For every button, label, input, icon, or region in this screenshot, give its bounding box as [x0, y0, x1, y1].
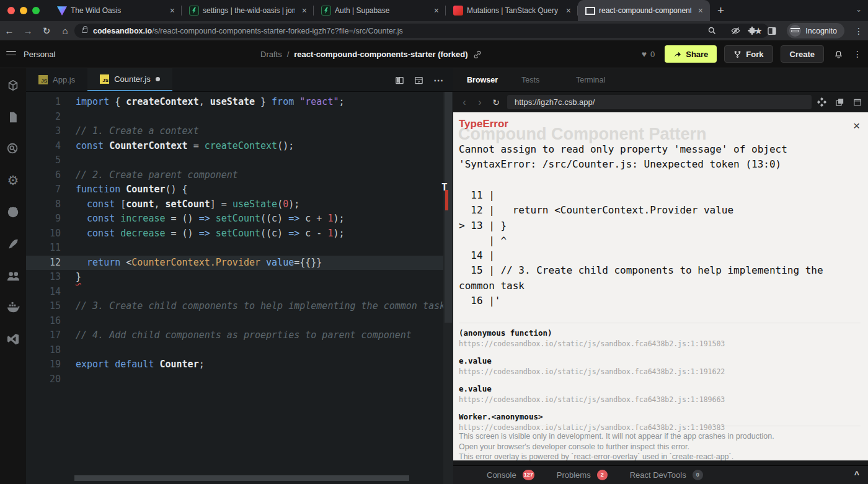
console-toggle[interactable]: Console 127: [487, 470, 534, 480]
search-icon[interactable]: [6, 141, 20, 156]
code-line[interactable]: 5: [26, 153, 443, 168]
back-button[interactable]: ←: [0, 25, 19, 36]
vite-favicon-icon: [57, 6, 67, 16]
minimize-window-button[interactable]: [20, 7, 27, 14]
tab-browser[interactable]: Browser: [467, 76, 508, 84]
code-line[interactable]: 18: [26, 343, 443, 358]
code-line[interactable]: 15// 3. Create child components to help …: [26, 299, 443, 314]
chrome-toolbar: ← → ↻ ⌂ codesandbox.io/s/react-compound-…: [0, 21, 868, 40]
code-line[interactable]: 2: [26, 110, 443, 125]
editor-horizontal-scrollbar[interactable]: [74, 475, 409, 481]
github-icon[interactable]: [6, 205, 20, 220]
tab-close-icon[interactable]: ×: [695, 6, 706, 16]
zoom-icon[interactable]: [707, 26, 717, 35]
code-line[interactable]: 14: [26, 285, 443, 300]
live-collaboration-users-icon[interactable]: [6, 268, 20, 283]
code-line[interactable]: 8 const [count, setCount] = useState(0);: [26, 197, 443, 212]
code-line[interactable]: 10 const decrease = () => setCount((c) =…: [26, 226, 443, 241]
code-line[interactable]: 16: [26, 314, 443, 329]
preview-forward-icon[interactable]: ›: [475, 97, 485, 108]
chrome-menu-icon[interactable]: ⋮: [854, 26, 863, 36]
create-button[interactable]: Create: [781, 45, 824, 63]
eye-off-icon[interactable]: [730, 26, 741, 35]
divider: [459, 323, 861, 323]
fork-button[interactable]: Fork: [724, 45, 773, 63]
code-line[interactable]: 7function Counter() {: [26, 182, 443, 197]
tab-terminal[interactable]: Terminal: [576, 76, 617, 84]
side-panel-icon[interactable]: [767, 26, 777, 36]
forward-button[interactable]: →: [19, 25, 37, 36]
preview-refresh-icon[interactable]: ↻: [490, 97, 502, 107]
editor-scrollbar[interactable]: [443, 92, 453, 484]
split-view-icon[interactable]: [395, 76, 404, 85]
problems-toggle[interactable]: Problems 2: [557, 470, 608, 480]
tab-title: react-compound-components: [599, 6, 691, 15]
new-tab-button[interactable]: +: [717, 4, 724, 17]
browser-tab[interactable]: react-compound-components×: [578, 0, 710, 21]
tab-close-icon[interactable]: ×: [431, 6, 442, 16]
code-line[interactable]: 9 const increase = () => setCount((c) =>…: [26, 212, 443, 226]
code-line[interactable]: 12 return <CounterContext.Provider value…: [26, 256, 443, 271]
line-content: [61, 285, 76, 300]
browser-tab[interactable]: Mutations | TanStack Query Do×: [446, 0, 578, 21]
settings-gear-icon[interactable]: ⚙: [6, 173, 20, 188]
editor-more-icon[interactable]: ⋯: [433, 74, 445, 86]
code-line[interactable]: 20: [26, 372, 443, 387]
hamburger-menu-icon[interactable]: [6, 51, 16, 58]
project-title[interactable]: react-compound-components-starter (forke…: [294, 50, 467, 59]
browser-tab[interactable]: The Wild Oasis×: [50, 0, 182, 21]
browser-tab[interactable]: settings | the-wild-oasis | jona×: [182, 0, 314, 21]
editor-tab-counterjs[interactable]: JS Counter.js: [87, 68, 172, 91]
code-line[interactable]: 11: [26, 241, 443, 256]
tab-close-icon[interactable]: ×: [563, 6, 574, 16]
tab-close-icon[interactable]: ×: [167, 6, 178, 16]
extensions-puzzle-icon[interactable]: [747, 26, 757, 36]
maximize-window-button[interactable]: [32, 7, 40, 14]
code-line[interactable]: 17// 4. Add child components as proeprti…: [26, 328, 443, 343]
expand-console-chevron-icon[interactable]: ^: [854, 470, 859, 480]
code-line[interactable]: 19export default Counter;: [26, 357, 443, 372]
code-line[interactable]: 13}: [26, 270, 443, 285]
vscode-icon[interactable]: [6, 331, 20, 346]
react-devtools-toggle[interactable]: React DevTools 0: [630, 470, 703, 480]
line-content: }: [61, 270, 81, 285]
share-button[interactable]: Share: [665, 45, 717, 63]
docker-icon[interactable]: [6, 300, 20, 315]
reload-button[interactable]: ↻: [37, 25, 56, 37]
line-content: // 1. Create a context: [61, 124, 199, 139]
header-menu-icon[interactable]: ⋮: [853, 49, 862, 59]
code-line[interactable]: 1import { createContext, useState } from…: [26, 95, 443, 110]
responsive-mode-icon[interactable]: [817, 97, 826, 107]
sandbox-info-icon[interactable]: [6, 78, 20, 93]
code-line[interactable]: 4const CounterContext = createContext();: [26, 139, 443, 154]
preview-url-field[interactable]: https://igzh7c.csb.app/: [507, 95, 812, 109]
notifications-bell-icon[interactable]: [831, 50, 846, 59]
code-lines[interactable]: 1import { createContext, useState } from…: [26, 92, 443, 484]
file-explorer-icon[interactable]: [6, 110, 20, 125]
preview-window-icon[interactable]: [414, 76, 423, 85]
workspace-label[interactable]: Personal: [24, 50, 55, 59]
stack-frame-function: e.value: [459, 356, 861, 365]
tab-search-chevron-icon[interactable]: ⌄: [856, 5, 862, 14]
duplicate-preview-icon[interactable]: [835, 97, 844, 107]
code-line[interactable]: 3// 1. Create a context: [26, 124, 443, 139]
close-window-button[interactable]: [7, 7, 15, 14]
tab-tests[interactable]: Tests: [521, 76, 562, 84]
breadcrumb-drafts[interactable]: Drafts: [260, 50, 282, 59]
home-button[interactable]: ⌂: [56, 25, 74, 36]
editor-tab-appjs[interactable]: JS App.js: [26, 68, 87, 91]
lock-icon[interactable]: [82, 29, 87, 33]
open-in-new-window-icon[interactable]: [853, 97, 862, 107]
overlay-close-icon[interactable]: ×: [853, 120, 860, 132]
browser-tab[interactable]: Auth | Supabase×: [314, 0, 446, 21]
preview-back-icon[interactable]: ‹: [459, 97, 469, 108]
profile-chip[interactable]: Incognito: [787, 23, 844, 38]
overlay-footer-line: This error overlay is powered by `react-…: [459, 452, 774, 460]
deployment-rocket-icon[interactable]: [6, 236, 20, 251]
line-number: 15: [26, 299, 61, 314]
address-bar[interactable]: codesandbox.io/s/react-compound-componen…: [74, 24, 769, 38]
tab-close-icon[interactable]: ×: [299, 6, 310, 16]
link-icon[interactable]: [473, 50, 482, 59]
code-line[interactable]: 6// 2. Create parent component: [26, 168, 443, 183]
likes-counter[interactable]: ♥ 0: [642, 49, 655, 59]
